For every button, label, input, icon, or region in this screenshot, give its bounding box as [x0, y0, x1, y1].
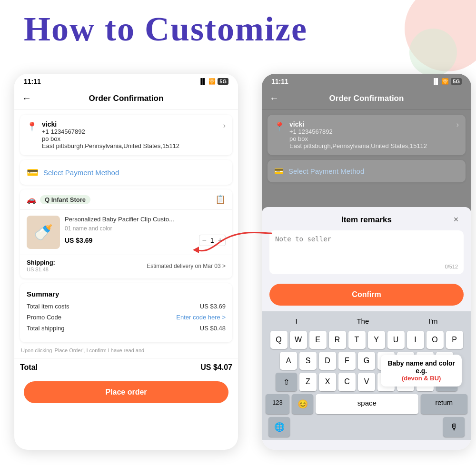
instruction-popup: Baby name and color e.g. (devon & BU): [381, 355, 462, 387]
product-image-left: 🍼: [27, 216, 60, 249]
key-y[interactable]: Y: [368, 331, 385, 349]
key-return[interactable]: return: [421, 394, 467, 414]
payment-card-right-bg: 💳 Select Payment Method: [268, 160, 466, 182]
key-globe[interactable]: 🌐: [268, 417, 290, 437]
store-name-badge-left: Q Infant Store: [40, 195, 90, 204]
keyboard-row-1: Q W E R T Y U I O P: [264, 331, 469, 349]
wifi-icon-left: 🛜: [208, 78, 216, 85]
keyboard-globe-mic-row: 🌐 🎙: [264, 414, 469, 438]
addr-line2-right-bg: East pittsburgh,Pennsylvania,United Stat…: [289, 142, 452, 149]
nav-bar-left: ← Order Confirmation: [14, 89, 238, 110]
payment-icon-right-bg: 💳: [274, 167, 284, 176]
addr-chevron-right-bg: ›: [456, 120, 459, 129]
suggestion-i[interactable]: I: [291, 315, 301, 327]
suggestion-im[interactable]: I'm: [425, 315, 442, 327]
key-w[interactable]: W: [290, 331, 307, 349]
note-counter: 0/512: [275, 264, 458, 269]
back-button-right-bg: ←: [269, 93, 279, 104]
location-icon-right-bg: 📍: [274, 121, 285, 132]
store-icon-left: 🚗: [27, 195, 36, 204]
key-s[interactable]: S: [299, 352, 317, 370]
time-left: 11:11: [24, 78, 41, 85]
key-o[interactable]: O: [426, 331, 444, 349]
total-label-left: Total: [20, 363, 38, 372]
instruction-line1: Baby name and color: [387, 359, 455, 367]
nav-title-right-bg: Order Confirmation: [279, 94, 454, 103]
payment-icon-left: 💳: [27, 167, 39, 178]
nav-bar-right-bg: ← Order Confirmation: [262, 89, 471, 110]
address-card-right-bg: 📍 vicki +1 1234567892 po box East pittsb…: [268, 115, 466, 155]
key-emoji[interactable]: 😊: [292, 394, 313, 414]
keyboard-suggestions: I The I'm: [264, 315, 469, 327]
key-p[interactable]: P: [446, 331, 463, 349]
product-price-left: US $3.69: [65, 237, 92, 244]
back-button-left[interactable]: ←: [22, 93, 31, 104]
key-c[interactable]: C: [338, 373, 356, 391]
instruction-line2: e.g.: [387, 367, 455, 375]
total-row-left: Total US $4.07: [14, 358, 238, 377]
key-q[interactable]: Q: [270, 331, 288, 349]
key-f[interactable]: F: [338, 352, 356, 370]
key-x[interactable]: X: [319, 373, 336, 391]
key-u[interactable]: U: [387, 331, 405, 349]
battery-left: 5G: [218, 78, 228, 85]
summary-shipping-value-left: US $0.48: [200, 325, 226, 332]
addr-line1-right-bg: po box: [289, 135, 452, 142]
status-bar-right: 11:11 ▐▌ 🛜 5G: [262, 74, 471, 89]
confirm-button[interactable]: Confirm: [269, 284, 464, 306]
payment-card-left[interactable]: 💳 Select Payment Method: [20, 160, 232, 185]
disclaimer-left: Upon clicking 'Place Order', I confirm I…: [20, 347, 232, 354]
arrow-svg: [190, 224, 276, 262]
summary-title-left: Summary: [27, 290, 226, 298]
key-d[interactable]: D: [319, 352, 336, 370]
product-image-inner-left: 🍼: [27, 216, 60, 249]
summary-row-promo-left[interactable]: Promo Code Enter code here >: [27, 314, 226, 321]
signal-icon-left: ▐▌: [198, 78, 207, 85]
summary-promo-label-left: Promo Code: [27, 314, 61, 321]
svg-marker-0: [193, 247, 199, 253]
key-numbers[interactable]: 123: [266, 394, 289, 414]
summary-items-value-left: US $3.69: [200, 303, 226, 310]
key-a[interactable]: A: [280, 352, 297, 370]
status-icons-right: ▐▌ 🛜 5G: [432, 78, 462, 85]
summary-shipping-label-left: Total shipping: [27, 325, 65, 332]
store-name-row-left: 🚗 Q Infant Store: [27, 195, 90, 204]
instruction-line3: (devon & BU): [387, 375, 455, 382]
key-r[interactable]: R: [329, 331, 346, 349]
key-g[interactable]: G: [358, 352, 375, 370]
shipping-cost-left: US $1.48: [27, 267, 49, 272]
suggestion-the[interactable]: The: [353, 315, 373, 327]
key-t[interactable]: T: [348, 331, 366, 349]
summary-row-shipping-left: Total shipping US $0.48: [27, 325, 226, 332]
addr-name-right-bg: vicki: [289, 120, 452, 128]
addr-phone-right-bg: +1 1234567892: [289, 128, 452, 135]
page-title: How to Customize: [24, 10, 307, 49]
phone-right: 11:11 ▐▌ 🛜 5G ← Order Confirmation 📍 vic…: [262, 74, 471, 450]
note-icon-left[interactable]: 📋: [215, 194, 226, 205]
key-e[interactable]: E: [309, 331, 327, 349]
key-z[interactable]: Z: [299, 373, 317, 391]
address-row-left: 📍 vicki +1 1234567892 po box East pittsb…: [27, 120, 226, 149]
note-input[interactable]: [275, 235, 458, 264]
addr-name-left: vicki: [42, 120, 218, 128]
address-card-left[interactable]: 📍 vicki +1 1234567892 po box East pittsb…: [20, 115, 232, 155]
battery-right: 5G: [451, 78, 462, 85]
summary-section-left: Summary Total item costs US $3.69 Promo …: [20, 283, 232, 342]
status-bar-left: 11:11 ▐▌ 🛜 5G: [14, 74, 238, 89]
note-area-container[interactable]: 0/512: [269, 230, 464, 274]
key-shift[interactable]: ⇧: [276, 373, 297, 391]
modal-sheet: Item remarks × 0/512 Baby name and color…: [262, 207, 471, 450]
key-space[interactable]: space: [316, 394, 418, 414]
summary-items-label-left: Total item costs: [27, 303, 69, 310]
summary-promo-value-left[interactable]: Enter code here >: [176, 314, 226, 321]
addr-line2-left: East pittsburgh,Pennsylvania,United Stat…: [42, 142, 218, 149]
key-v[interactable]: V: [358, 373, 375, 391]
summary-row-items-left: Total item costs US $3.69: [27, 303, 226, 310]
modal-close-button[interactable]: ×: [450, 215, 462, 225]
key-i[interactable]: I: [407, 331, 424, 349]
bg-circle-bottom-right: [409, 29, 457, 76]
keyboard-bottom-row: 123 😊 space return: [264, 394, 469, 414]
payment-text-right-bg: Select Payment Method: [288, 167, 364, 175]
place-order-button-left[interactable]: Place order: [24, 381, 228, 403]
key-mic[interactable]: 🎙: [443, 417, 465, 437]
